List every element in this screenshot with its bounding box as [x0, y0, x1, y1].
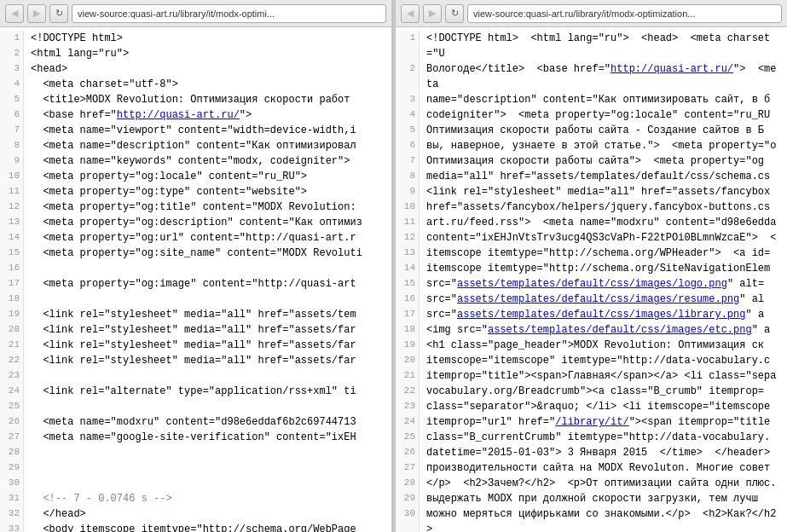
code-line: 5 <title>MODX Revolution: Оптимизация ск…: [0, 92, 391, 107]
right-back-button[interactable]: ◀: [401, 4, 420, 23]
line-text: <!DOCTYPE html>: [24, 31, 130, 46]
line-number: 22: [0, 353, 24, 368]
code-line: 9 <meta name="keywords" content="modx, c…: [0, 153, 391, 169]
line-text: <link rel="stylesheet" media="all" href=…: [420, 184, 777, 200]
line-text: <meta property="og:site_name" content="M…: [24, 246, 369, 261]
code-line: 3name="description" content="Как оптимиз…: [396, 92, 787, 107]
code-line: 5Оптимизация скорости работы сайта - Соз…: [396, 123, 787, 138]
line-text: <link rel="stylesheet" media="all" href=…: [24, 307, 363, 322]
line-text: вы, наверное, узнаете в этой статье."> <…: [420, 138, 783, 153]
line-number: 26: [396, 445, 420, 460]
right-toolbar: ◀ ▶ ↻ view-source:quasi-art.ru/library/i…: [396, 0, 787, 27]
line-number: 10: [0, 169, 24, 184]
line-number: 22: [396, 384, 420, 399]
code-line: 22 <link rel="stylesheet" media="all" hr…: [0, 353, 391, 368]
line-text: <meta property="og:image" content="http:…: [24, 276, 363, 292]
line-number: 5: [396, 123, 420, 138]
code-line: 16: [0, 261, 391, 276]
left-reload-button[interactable]: ↻: [49, 4, 68, 23]
line-number: 6: [396, 138, 420, 153]
right-forward-button[interactable]: ▶: [423, 4, 442, 23]
line-text: href="assets/fancybox/helpers/jquery.fan…: [420, 200, 777, 215]
code-line: 33 <body itemscope itemtype="http://sche…: [0, 522, 391, 532]
code-line: 12content="ixEHJnVtsTrv3ucg4QS3cVaPh-F22…: [396, 230, 787, 246]
line-number: 23: [0, 368, 24, 384]
line-text: codeigniter"> <meta property="og:locale"…: [420, 107, 777, 123]
line-text: <html lang="ru">: [24, 46, 136, 61]
line-number: 14: [0, 230, 24, 246]
code-line: 10 <meta property="og:locale" content="r…: [0, 169, 391, 184]
code-line: 1<!DOCTYPE html>: [0, 31, 391, 46]
code-line: 32 </head>: [0, 506, 391, 522]
code-line: 11 <meta property="og:type" content="web…: [0, 184, 391, 200]
left-code-content: 1<!DOCTYPE html>2<html lang="ru">3<head>…: [0, 27, 391, 532]
line-text: Оптимизация скорости работы сайта"> <met…: [420, 153, 771, 169]
code-line: 23: [0, 368, 391, 384]
line-number: 1: [0, 31, 24, 46]
line-number: 33: [0, 522, 24, 532]
line-number: 23: [396, 399, 420, 414]
split-view: ◀ ▶ ↻ view-source:quasi-art.ru/library/i…: [0, 0, 787, 532]
code-line: 7Оптимизация скорости работы сайта"> <me…: [396, 153, 787, 169]
line-number: 13: [0, 215, 24, 230]
line-number: 5: [0, 92, 24, 107]
line-number: 12: [0, 200, 24, 215]
right-url-text: view-source:quasi-art.ru/library/it/modx…: [473, 9, 695, 19]
line-text: [24, 261, 38, 276]
browser-window: ◀ ▶ ↻ view-source:quasi-art.ru/library/i…: [0, 0, 787, 532]
code-line: 22vocabulary.org/Breadcrumb"><a class="B…: [396, 384, 787, 399]
line-text: media="all" href="assets/templates/defau…: [420, 169, 777, 184]
line-text: [24, 460, 38, 476]
line-number: 9: [0, 153, 24, 169]
left-forward-button[interactable]: ▶: [27, 4, 46, 23]
line-text: <meta name="keywords" content="modx, cod…: [24, 153, 356, 169]
code-line: 30можно меряться цифирьками со знакомыми…: [396, 506, 787, 532]
code-line: 2Вологоде</title> <base href="http://qua…: [396, 61, 787, 92]
line-number: 31: [0, 491, 24, 506]
code-line: 27 <meta name="google-site-verification"…: [0, 430, 391, 445]
line-text: <head>: [24, 61, 74, 77]
line-number: 19: [0, 307, 24, 322]
line-number: 27: [0, 430, 24, 445]
code-line: 20 <link rel="stylesheet" media="all" hr…: [0, 322, 391, 338]
line-number: 26: [0, 414, 24, 430]
line-number: 16: [0, 261, 24, 276]
line-text: [24, 368, 38, 384]
code-line: 6вы, наверное, узнаете в этой статье."> …: [396, 138, 787, 153]
line-text: <meta name="google-site-verification" co…: [24, 430, 363, 445]
line-number: 28: [396, 476, 420, 491]
line-number: 3: [396, 92, 420, 107]
right-reload-button[interactable]: ↻: [445, 4, 464, 23]
left-back-button[interactable]: ◀: [5, 4, 24, 23]
line-text: src="assets/templates/default/css/images…: [420, 307, 771, 322]
line-number: 27: [396, 460, 420, 476]
code-line: 20itemscope="itemscope" itemtype="http:/…: [396, 353, 787, 368]
line-text: src="assets/templates/default/css/images…: [420, 292, 771, 307]
line-number: 20: [396, 353, 420, 368]
line-text: content="ixEHJnVtsTrv3ucg4QS3cVaPh-F22tP…: [420, 230, 783, 246]
code-line: 10href="assets/fancybox/helpers/jquery.f…: [396, 200, 787, 215]
line-text: <meta property="og:locale" content="ru_R…: [24, 169, 314, 184]
code-line: 6 <base href="http://quasi-art.ru/">: [0, 107, 391, 123]
code-line: 18: [0, 292, 391, 307]
line-number: 18: [0, 292, 24, 307]
line-text: <title>MODX Revolution: Оптимизация скор…: [24, 92, 356, 107]
line-number: 9: [396, 184, 420, 200]
line-text: itemprop="url" href="/library/it/"><span…: [420, 414, 777, 430]
line-text: <meta property="og:description" content=…: [24, 215, 369, 230]
right-address-bar[interactable]: view-source:quasi-art.ru/library/it/modx…: [467, 4, 782, 23]
line-text: <meta property="og:type" content="websit…: [24, 184, 314, 200]
code-line: 11art.ru/feed.rss"> <meta name="modxru" …: [396, 215, 787, 230]
left-address-bar[interactable]: view-source:quasi-art.ru/library/it/modx…: [72, 4, 386, 23]
code-line: 8 <meta name="description" content="Как …: [0, 138, 391, 153]
code-line: 13 <meta property="og:description" conte…: [0, 215, 391, 230]
code-line: 19<h1 class="page_header">MODX Revolutio…: [396, 338, 787, 353]
line-text: itemscope itemtype="http://schema.org/Si…: [420, 261, 777, 276]
right-pane: ◀ ▶ ↻ view-source:quasi-art.ru/library/i…: [396, 0, 787, 532]
line-text: Оптимизация скорости работы сайта - Созд…: [420, 123, 771, 138]
code-line: 4codeigniter"> <meta property="og:locale…: [396, 107, 787, 123]
code-line: 18<img src="assets/templates/default/css…: [396, 322, 787, 338]
code-line: 1<!DOCTYPE html> <html lang="ru"> <head>…: [396, 31, 787, 61]
code-line: 16src="assets/templates/default/css/imag…: [396, 292, 787, 307]
code-line: 21 <link rel="stylesheet" media="all" hr…: [0, 338, 391, 353]
